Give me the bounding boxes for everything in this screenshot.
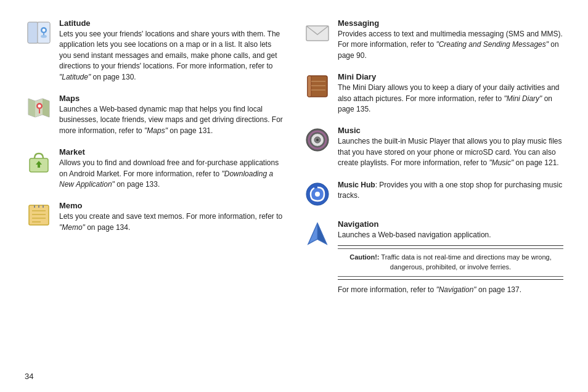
- svg-point-38: [315, 192, 320, 197]
- svg-marker-8: [28, 99, 35, 117]
- navigation-title: Navigation: [338, 219, 563, 229]
- musichub-text: Music Hub: Provides you with a one stop …: [338, 180, 563, 202]
- musichub-content: Music Hub: Provides you with a one stop …: [338, 180, 563, 202]
- market-content: Market Allows you to find and download f…: [59, 147, 285, 190]
- maps-text: Launches a Web-based dynamic map that he…: [59, 104, 285, 136]
- left-column: Latitude Lets you see your friends' loca…: [25, 18, 285, 380]
- minidiary-content: Mini Diary The Mini Diary allows you to …: [338, 72, 563, 115]
- entry-minidiary: Mini Diary The Mini Diary allows you to …: [303, 72, 563, 115]
- caution-divider-bottom: [338, 279, 563, 280]
- latitude-text: Lets you see your friends' locations and…: [59, 29, 285, 83]
- latitude-content: Latitude Lets you see your friends' loca…: [59, 18, 285, 83]
- caution-divider-top: [338, 245, 563, 246]
- svg-rect-27: [308, 76, 311, 97]
- memo-text: Lets you create and save text memos. For…: [59, 211, 285, 233]
- navigation-content: Navigation Launches a Web-based navigati…: [338, 219, 563, 296]
- caution-label: Caution!:: [349, 253, 379, 261]
- music-title: Music: [338, 126, 563, 135]
- navigation-text: Launches a Web-based navigation applicat…: [338, 230, 563, 240]
- svg-rect-16: [38, 165, 40, 168]
- svg-point-4: [43, 29, 46, 32]
- market-icon: [25, 147, 53, 176]
- music-icon: [303, 126, 332, 154]
- right-column: Messaging Provides access to text and mu…: [303, 18, 563, 380]
- memo-icon: [25, 201, 53, 229]
- caution-text: Caution!: Traffic data is not real-time …: [344, 253, 557, 272]
- entry-latitude: Latitude Lets you see your friends' loca…: [25, 18, 285, 83]
- minidiary-title: Mini Diary: [338, 72, 563, 81]
- memo-title: Memo: [59, 201, 285, 210]
- svg-rect-1: [28, 22, 38, 43]
- svg-marker-10: [43, 99, 49, 117]
- minidiary-icon: [303, 72, 332, 100]
- entry-maps: Maps Launches a Web-based dynamic map th…: [25, 94, 285, 136]
- messaging-icon: [303, 18, 332, 47]
- music-text: Launches the built-in Music Player that …: [338, 136, 563, 168]
- latitude-icon: [25, 18, 53, 47]
- market-text: Allows you to find and download free and…: [59, 158, 285, 190]
- musichub-icon: [303, 180, 332, 208]
- entry-musichub: Music Hub: Provides you with a one stop …: [303, 180, 563, 208]
- maps-content: Maps Launches a Web-based dynamic map th…: [59, 94, 285, 136]
- messaging-content: Messaging Provides access to text and mu…: [338, 18, 563, 61]
- entry-memo: Memo Lets you create and save text memos…: [25, 201, 285, 233]
- svg-marker-40: [317, 223, 327, 244]
- entry-navigation: Navigation Launches a Web-based navigati…: [303, 219, 563, 296]
- svg-point-12: [38, 104, 41, 107]
- svg-point-5: [41, 35, 47, 38]
- page-number: 34: [25, 372, 33, 381]
- caution-box: Caution!: Traffic data is not real-time …: [338, 248, 563, 277]
- page-content: Latitude Lets you see your friends' loca…: [0, 0, 588, 392]
- entry-market: Market Allows you to find and download f…: [25, 147, 285, 190]
- maps-icon: [25, 94, 53, 122]
- messaging-title: Messaging: [338, 18, 563, 28]
- latitude-title: Latitude: [59, 18, 285, 28]
- minidiary-text: The Mini Diary allows you to keep a diar…: [338, 83, 563, 115]
- market-title: Market: [59, 147, 285, 157]
- maps-title: Maps: [59, 94, 285, 103]
- music-content: Music Launches the built-in Music Player…: [338, 126, 563, 168]
- navigation-footer: For more information, refer to "Navigati…: [338, 285, 563, 295]
- entry-messaging: Messaging Provides access to text and mu…: [303, 18, 563, 61]
- navigation-icon: [303, 219, 332, 248]
- entry-music: Music Launches the built-in Music Player…: [303, 126, 563, 168]
- svg-point-34: [316, 139, 319, 141]
- messaging-text: Provides access to text and multimedia m…: [338, 29, 563, 61]
- memo-content: Memo Lets you create and save text memos…: [59, 201, 285, 233]
